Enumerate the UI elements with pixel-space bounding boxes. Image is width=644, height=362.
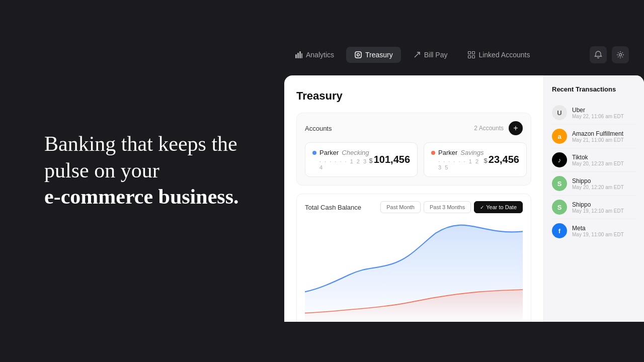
txn-info: Shippo May 19, 12:10 am EDT xyxy=(572,201,636,214)
linked-accounts-label: Linked Accounts xyxy=(478,51,530,59)
analytics-label: Analytics xyxy=(306,51,334,59)
savings-dollar: $ xyxy=(484,157,488,164)
txn-info: Uber May 22, 11:06 am EDT xyxy=(572,107,636,119)
transaction-item[interactable]: a Amazon Fulfillment May 21, 11:00 am ED… xyxy=(552,125,636,148)
checking-type: Checking xyxy=(342,149,369,156)
hero-section: Banking that keeps the pulse on your e-c… xyxy=(44,131,261,210)
analytics-icon xyxy=(295,51,303,59)
txn-info: Meta May 19, 11:00 am EDT xyxy=(572,225,636,237)
tab-analytics[interactable]: Analytics xyxy=(287,47,342,63)
svg-rect-4 xyxy=(355,52,361,58)
txn-info: Tiktok May 20, 12:23 am EDT xyxy=(572,154,636,166)
transaction-item[interactable]: ♪ Tiktok May 20, 12:23 am EDT xyxy=(552,148,636,172)
accounts-header: Accounts 2 Accounts + xyxy=(305,121,523,135)
add-account-button[interactable]: + xyxy=(509,121,523,135)
tab-treasury[interactable]: Treasury xyxy=(346,47,401,63)
checking-number: · · · · · · 1 2 3 4 xyxy=(312,158,369,170)
account-rows: Parker Checking · · · · · · 1 2 3 4 $101… xyxy=(305,142,523,177)
txn-name: Shippo xyxy=(572,201,636,208)
txn-avatar: U xyxy=(552,105,567,120)
svg-rect-7 xyxy=(468,52,471,54)
checking-dollar: $ xyxy=(369,157,373,164)
treasury-label: Treasury xyxy=(365,51,393,59)
checking-name: Parker xyxy=(319,149,339,156)
filter-ytd-label: Year to Date xyxy=(486,204,517,210)
transaction-item[interactable]: f Meta May 19, 11:00 am EDT xyxy=(552,219,636,242)
svg-rect-9 xyxy=(468,56,471,58)
chart-title: Total Cash Balance xyxy=(305,204,361,211)
add-icon: + xyxy=(513,124,518,133)
txn-name: Shippo xyxy=(572,177,636,185)
txn-name: Amazon Fulfillment xyxy=(572,130,636,137)
chart-section: Total Cash Balance Past Month Past 3 Mon… xyxy=(296,194,531,322)
treasury-icon xyxy=(354,51,362,59)
txn-avatar: f xyxy=(552,223,567,238)
check-icon: ✓ xyxy=(480,205,484,210)
txn-date: May 20, 12:23 am EDT xyxy=(572,161,636,166)
chart-x-labels: Jan Feb Mar Apr May Jun xyxy=(305,320,523,322)
txn-info: Shippo May 20, 12:20 am EDT xyxy=(572,177,636,190)
chart-header: Total Cash Balance Past Month Past 3 Mon… xyxy=(305,201,523,213)
transaction-item[interactable]: S Shippo May 19, 12:10 am EDT xyxy=(552,196,636,219)
checking-dot xyxy=(312,151,316,155)
tab-billpay[interactable]: Bill Pay xyxy=(405,47,456,63)
txn-avatar: a xyxy=(552,129,567,144)
tab-linked-accounts[interactable]: Linked Accounts xyxy=(459,47,538,63)
txn-name: Uber xyxy=(572,107,636,114)
transaction-list: U Uber May 22, 11:06 am EDT a Amazon Ful… xyxy=(552,101,636,242)
filter-year-to-date[interactable]: ✓ Year to Date xyxy=(474,201,523,213)
account-left-savings: Parker Savings · · · · · · 1 2 3 5 xyxy=(431,149,484,170)
txn-avatar: ♪ xyxy=(552,152,567,167)
checking-balance: $101,456 xyxy=(369,154,411,165)
txn-date: May 20, 12:20 am EDT xyxy=(572,185,636,190)
svg-rect-0 xyxy=(295,54,297,58)
txn-date: May 19, 12:10 am EDT xyxy=(572,208,636,214)
hero-line2: pulse on your xyxy=(44,159,159,182)
filter-past-month[interactable]: Past Month xyxy=(380,201,421,213)
chart-filters: Past Month Past 3 Months ✓ Year to Date xyxy=(380,201,523,213)
txn-avatar: S xyxy=(552,200,567,215)
transaction-item[interactable]: S Shippo May 20, 12:20 am EDT xyxy=(552,172,636,196)
right-panel: Recent Transactions U Uber May 22, 11:06… xyxy=(543,75,644,322)
savings-balance: $23,456 xyxy=(484,154,519,165)
account-left-checking: Parker Checking · · · · · · 1 2 3 4 xyxy=(312,149,369,170)
savings-number: · · · · · · 1 2 3 5 xyxy=(431,158,484,170)
top-navigation: Analytics Treasury Bill Pay xyxy=(287,46,629,63)
account-name-savings: Parker Savings xyxy=(431,149,484,156)
hero-line1: Banking that keeps the xyxy=(44,132,237,155)
accounts-count-wrap: 2 Accounts + xyxy=(474,121,523,135)
savings-dot xyxy=(431,151,435,155)
txn-date: May 19, 11:00 am EDT xyxy=(572,232,636,237)
hero-line3: e-commerce business. xyxy=(44,185,238,208)
treasury-content: Treasury Accounts 2 Accounts + xyxy=(284,75,543,322)
recent-transactions-title: Recent Transactions xyxy=(552,85,636,93)
svg-rect-1 xyxy=(297,53,299,58)
notification-button[interactable] xyxy=(590,46,607,63)
account-item-savings[interactable]: Parker Savings · · · · · · 1 2 3 5 $23,4… xyxy=(424,142,527,177)
account-item-checking[interactable]: Parker Checking · · · · · · 1 2 3 4 $101… xyxy=(305,142,418,177)
accounts-card: Accounts 2 Accounts + Parker Checking xyxy=(296,113,531,186)
txn-info: Amazon Fulfillment May 21, 11:00 am EDT xyxy=(572,130,636,143)
billpay-icon xyxy=(413,51,421,59)
svg-rect-8 xyxy=(472,52,475,54)
svg-rect-3 xyxy=(301,53,302,58)
linked-accounts-icon xyxy=(467,51,475,59)
savings-name: Parker xyxy=(438,149,457,156)
chart-svg xyxy=(305,219,523,320)
savings-balance-value: 23,456 xyxy=(489,154,519,165)
checking-balance-value: 101,456 xyxy=(374,154,410,165)
filter-past-3-months[interactable]: Past 3 Months xyxy=(424,201,471,213)
txn-date: May 21, 11:00 am EDT xyxy=(572,137,636,143)
txn-date: May 22, 11:06 am EDT xyxy=(572,114,636,119)
txn-name: Meta xyxy=(572,225,636,232)
accounts-label: Accounts xyxy=(305,125,332,132)
svg-point-11 xyxy=(619,54,622,56)
svg-rect-2 xyxy=(299,51,301,58)
savings-type: Savings xyxy=(460,149,484,156)
transaction-item[interactable]: U Uber May 22, 11:06 am EDT xyxy=(552,101,636,125)
svg-rect-10 xyxy=(472,56,475,58)
billpay-label: Bill Pay xyxy=(424,51,448,59)
svg-line-6 xyxy=(415,52,420,57)
settings-button[interactable] xyxy=(612,46,629,63)
svg-point-5 xyxy=(357,54,360,56)
